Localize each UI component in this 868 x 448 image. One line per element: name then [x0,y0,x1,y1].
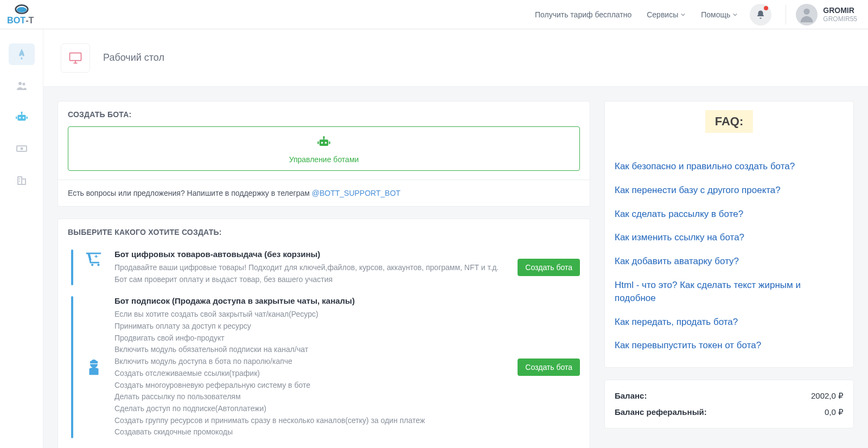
user-name: GROMIR [823,6,857,15]
manage-bots-label: Управление ботами [68,155,579,164]
faq-item[interactable]: Как изменить ссылку на бота? [615,226,844,249]
top-header: BOT -T Получить тариф бесплатно Сервисы … [0,0,868,29]
user-subname: GROMIR55 [823,15,857,23]
faq-item[interactable]: Как перевыпустить токен от бота? [615,334,844,357]
avatar [796,4,818,25]
page-icon [61,43,90,73]
svg-point-12 [21,112,22,113]
faq-item[interactable]: Как сделать рассылку в боте? [615,202,844,226]
svg-rect-29 [317,142,318,144]
sidebar-item-bots[interactable] [9,106,35,128]
type2-line: Продвигать свой инфо-продукт [114,332,508,344]
svg-point-25 [321,142,323,144]
svg-point-9 [19,117,21,118]
get-tariff-link[interactable]: Получить тариф бесплатно [535,10,631,19]
left-sidebar [0,29,43,448]
faq-title: FAQ: [705,110,754,133]
svg-rect-20 [19,181,20,182]
bot-type-digital: Бот цифровых товаров-автовыдача (без кор… [68,244,580,291]
support-text: Есть вопросы или предложения? Напишите в… [58,180,590,206]
type2-line: Создать многоуровневую реферальную систе… [114,380,508,392]
type2-line: Сделать доступ по подписке(Автоплатежи) [114,403,508,415]
svg-rect-14 [26,117,27,119]
svg-point-7 [22,83,25,86]
create-bot-button[interactable]: Создать бота [518,259,580,276]
notifications-button[interactable] [750,4,771,25]
svg-point-32 [97,264,99,266]
faq-item[interactable]: Как передать, продать бота? [615,310,844,334]
balance-ref-label: Баланс реферальный: [615,407,707,417]
money-icon [15,142,28,155]
bell-icon [756,10,765,20]
help-menu[interactable]: Помощь [701,10,738,19]
type2-desc: Если вы хотите создать свой закрытый чат… [114,309,508,438]
type2-line: Создать группу ресурсов и принимать сраз… [114,415,508,427]
type2-line: Если вы хотите создать свой закрытый чат… [114,309,508,321]
support-prefix: Есть вопросы или предложения? Напишите в… [68,189,312,197]
bot-type-subscription: Бот подписок (Продажа доступа в закрытые… [68,291,580,444]
sidebar-item-users[interactable] [9,75,35,97]
create-bot-title: СОЗДАТЬ БОТА: [68,110,580,119]
svg-rect-24 [320,139,328,146]
services-label: Сервисы [647,10,678,19]
user-menu[interactable]: GROMIR GROMIR55 [796,4,857,25]
building-icon [15,174,28,187]
accent-bar [71,249,73,285]
rocket-icon [15,48,28,61]
create-bot-card: СОЗДАТЬ БОТА: Управление ботами Есть воп… [58,101,590,207]
tariff-label: Получить тариф бесплатно [535,10,631,19]
divider [786,5,786,24]
svg-rect-30 [329,142,330,144]
page-title-bar: Рабочий стол [43,29,868,87]
balance-label: Баланс: [615,391,647,401]
svg-point-5 [804,8,810,14]
support-link[interactable]: @BOTT_SUPPORT_BOT [312,189,400,197]
manage-bots-button[interactable]: Управление ботами [68,126,580,171]
services-menu[interactable]: Сервисы [647,10,686,19]
monitor-icon [68,50,83,66]
svg-point-26 [325,142,327,144]
svg-rect-34 [90,361,98,363]
chevron-down-icon [680,12,686,17]
agent-icon [83,358,105,376]
faq-item[interactable]: Html - что это? Как сделать текст жирным… [615,273,844,310]
faq-card: FAQ: Как безопасно и правильно создать б… [604,101,854,368]
svg-rect-21 [70,53,81,60]
page-title: Рабочий стол [103,52,164,63]
sidebar-item-dashboard[interactable] [9,43,35,65]
svg-point-16 [20,148,23,150]
svg-rect-18 [22,179,25,184]
faq-item[interactable]: Как перенести базу с другого проекта? [615,178,844,202]
type2-line: Принимать оплату за доступ к ресурсу [114,321,508,332]
type2-line: Делать рассылку по пользователям [114,391,508,403]
svg-rect-19 [19,178,20,180]
svg-rect-13 [16,117,17,119]
bot-icon [316,135,331,150]
balance-card: Баланс: 2002,0 ₽ Баланс реферальный: 0,0… [604,380,854,428]
balance-value: 2002,0 ₽ [811,391,844,401]
accent-bar [71,296,73,438]
logo[interactable]: BOT -T [0,0,43,29]
balance-ref-value: 0,0 ₽ [825,407,844,417]
choose-title: ВЫБЕРИТЕ КАКОГО ХОТИТЕ СОЗДАТЬ: [68,228,580,236]
svg-point-10 [22,117,24,118]
svg-point-31 [91,264,93,266]
users-icon [15,79,28,92]
chevron-down-icon [732,12,738,17]
svg-point-6 [18,82,22,85]
faq-item[interactable]: Как безопасно и правильно создать бота? [615,155,844,178]
type1-desc: Продавайте ваши цифровые товары! Подходи… [114,262,508,285]
user-icon [797,5,816,24]
sidebar-item-company[interactable] [9,169,35,191]
type2-line: Создать отслеживаемые ссылки(трафик) [114,368,508,380]
type2-line: Включить модуль доступа в бота по паролю… [114,356,508,368]
sidebar-item-payments[interactable] [9,138,35,159]
cart-icon [83,249,105,268]
type2-line: Создавать скидочные промокоды [114,426,508,438]
faq-item[interactable]: Как добавить аватарку боту? [615,249,844,273]
create-bot-button[interactable]: Создать бота [518,359,580,376]
svg-rect-8 [17,115,25,121]
svg-point-28 [323,136,325,138]
faq-list: Как безопасно и правильно создать бота?К… [605,151,853,367]
type2-line: Включить модуль обязательной подписки на… [114,344,508,356]
